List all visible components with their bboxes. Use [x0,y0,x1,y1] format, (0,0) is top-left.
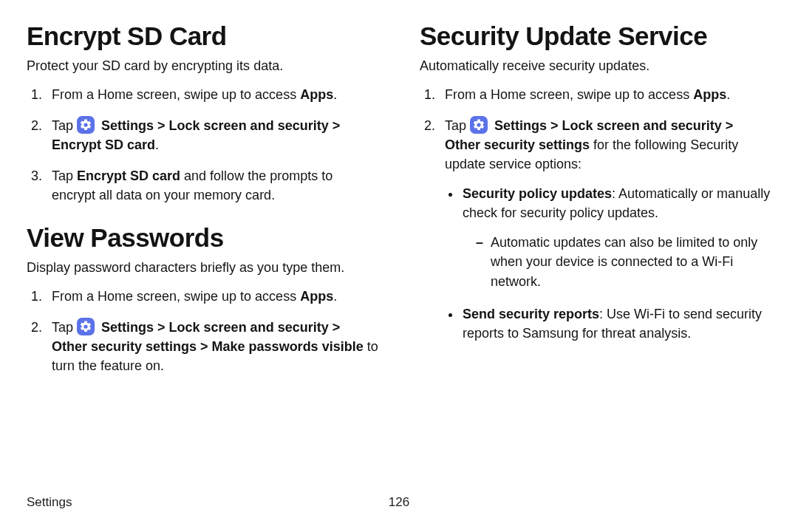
lead-encrypt-sd: Protect your SD card by encrypting its d… [27,57,378,75]
left-column: Encrypt SD Card Protect your SD card by … [27,22,378,495]
steps-encrypt-sd: From a Home screen, swipe up to access A… [27,85,378,205]
text: Tap [52,320,77,335]
right-column: Security Update Service Automatically re… [420,22,771,495]
heading-security-update: Security Update Service [420,22,771,51]
page-footer: Settings 126 [0,495,798,523]
bold: Apps [300,87,333,102]
text: Tap [52,168,77,183]
text: . [726,87,730,102]
bold: Settings > Lock screen and security > Ot… [52,320,364,354]
bold: Send security reports [463,307,599,321]
bold: Settings > Lock screen and security > En… [52,118,340,152]
bold: Security policy updates [463,186,612,201]
step-item: Tap Settings > Lock screen and security … [46,116,378,154]
section-view-passwords: View Passwords Display password characte… [27,224,378,375]
text: Tap [445,118,470,133]
text: . [333,87,337,102]
step-item: Tap Settings > Lock screen and security … [46,318,378,375]
bullet-list: Security policy updates: Automatically o… [445,184,771,343]
step-item: Tap Encrypt SD card and follow the promp… [46,166,378,205]
settings-icon [470,116,488,134]
bold: Apps [693,87,726,102]
page-body: Encrypt SD Card Protect your SD card by … [0,0,798,495]
step-item: From a Home screen, swipe up to access A… [439,85,771,104]
footer-section: Settings [27,495,72,510]
steps-view-passwords: From a Home screen, swipe up to access A… [27,287,378,375]
lead-view-passwords: Display password characters briefly as y… [27,259,378,276]
step-item: From a Home screen, swipe up to access A… [46,287,378,306]
step-item: Tap Settings > Lock screen and security … [439,116,771,343]
text: Tap [52,118,77,133]
text: . [333,289,337,304]
step-item: From a Home screen, swipe up to access A… [46,85,378,104]
heading-view-passwords: View Passwords [27,224,378,253]
lead-security-update: Automatically receive security updates. [420,57,771,75]
text: From a Home screen, swipe up to access [52,289,300,304]
footer-page-number: 126 [389,495,409,510]
text: . [155,137,159,152]
text: From a Home screen, swipe up to access [52,87,300,102]
heading-encrypt-sd: Encrypt SD Card [27,22,378,51]
sub-item: Automatic updates can also be limited to… [476,233,771,290]
settings-icon [77,116,95,134]
bullet-item: Security policy updates: Automatically o… [461,184,771,290]
bold: Apps [300,289,333,304]
sub-list: Automatic updates can also be limited to… [463,233,771,290]
text: From a Home screen, swipe up to access [445,87,693,102]
bullet-item: Send security reports: Use Wi-Fi to send… [461,304,771,343]
bold: Encrypt SD card [77,168,180,183]
steps-security-update: From a Home screen, swipe up to access A… [420,85,771,343]
settings-icon [77,318,95,335]
